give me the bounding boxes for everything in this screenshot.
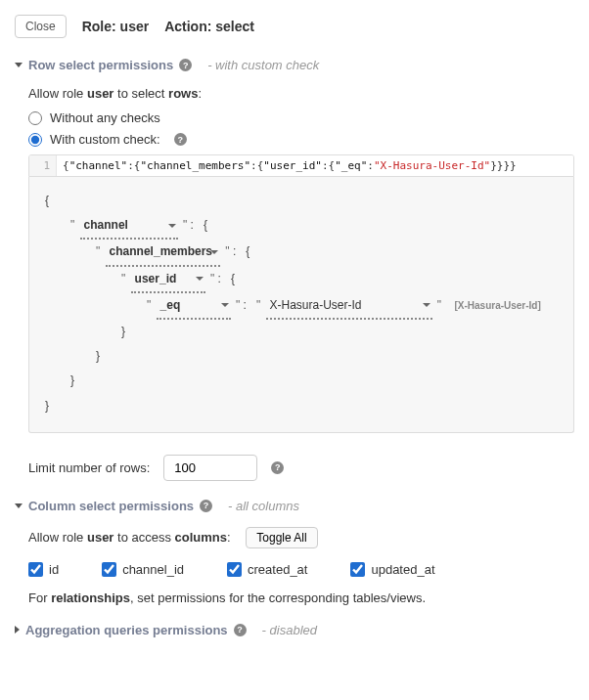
checkbox-id[interactable] <box>28 562 43 577</box>
toggle-all-button[interactable]: Toggle All <box>246 527 317 548</box>
role-label: Role: user <box>82 19 149 34</box>
field-select-channel[interactable]: channel <box>80 213 178 240</box>
row-permissions-title: Row select permissions <box>28 58 173 72</box>
column-permissions-title: Column select permissions <box>28 499 194 513</box>
radio-without-checks[interactable] <box>28 111 42 125</box>
aggregation-permissions-header[interactable]: Aggregation queries permissions ? - disa… <box>15 623 574 637</box>
help-icon[interactable]: ? <box>174 133 187 146</box>
radio-custom-check-label: With custom check: <box>50 132 160 147</box>
help-icon[interactable]: ? <box>234 624 247 636</box>
permission-json-content: {"channel":{"channel_members":{"user_id"… <box>57 155 573 176</box>
line-number: 1 <box>29 155 57 176</box>
column-allow-text: Allow role user to access columns: Toggl… <box>28 527 574 548</box>
aggregation-permissions-title: Aggregation queries permissions <box>25 623 228 637</box>
help-icon[interactable]: ? <box>200 500 212 512</box>
column-permissions-header[interactable]: Column select permissions ? - all column… <box>15 499 574 513</box>
permission-json-editor[interactable]: 1 {"channel":{"channel_members":{"user_i… <box>28 154 574 177</box>
checkbox-channel-id[interactable] <box>102 562 116 577</box>
column-check-created-at[interactable]: created_at <box>227 562 307 577</box>
permission-builder: { " channel " : { " channel_members " : … <box>28 177 574 433</box>
chevron-down-icon <box>15 503 23 508</box>
column-check-id[interactable]: id <box>28 562 59 577</box>
aggregation-permissions-status: - disabled <box>262 623 317 637</box>
help-icon[interactable]: ? <box>271 461 284 474</box>
close-button[interactable]: Close <box>15 15 67 38</box>
checkbox-created-at[interactable] <box>227 562 242 577</box>
value-hint: [X-Hasura-User-Id] <box>454 300 540 311</box>
field-select-channel-members[interactable]: channel_members <box>106 240 220 266</box>
field-select-user-id[interactable]: user_id <box>131 267 205 293</box>
chevron-right-icon <box>15 626 20 634</box>
value-input[interactable]: X-Hasura-User-Id <box>266 293 432 320</box>
help-icon[interactable]: ? <box>179 59 192 71</box>
row-allow-text: Allow role user to select rows: <box>28 86 574 101</box>
column-permissions-status: - all columns <box>228 499 299 513</box>
radio-without-checks-label: Without any checks <box>50 110 160 125</box>
checkbox-updated-at[interactable] <box>350 562 365 577</box>
relationships-note: For relationships, set permissions for t… <box>28 591 574 605</box>
action-label: Action: select <box>164 19 254 34</box>
row-permissions-status: - with custom check <box>207 58 319 72</box>
limit-label: Limit number of rows: <box>28 460 150 475</box>
column-check-updated-at[interactable]: updated_at <box>350 562 434 577</box>
operator-select-eq[interactable]: _eq <box>157 293 231 320</box>
chevron-down-icon <box>15 63 23 67</box>
radio-custom-check[interactable] <box>28 133 42 147</box>
row-permissions-header[interactable]: Row select permissions ? - with custom c… <box>15 58 574 72</box>
limit-rows-input[interactable] <box>163 455 257 481</box>
column-check-channel-id[interactable]: channel_id <box>102 562 184 577</box>
